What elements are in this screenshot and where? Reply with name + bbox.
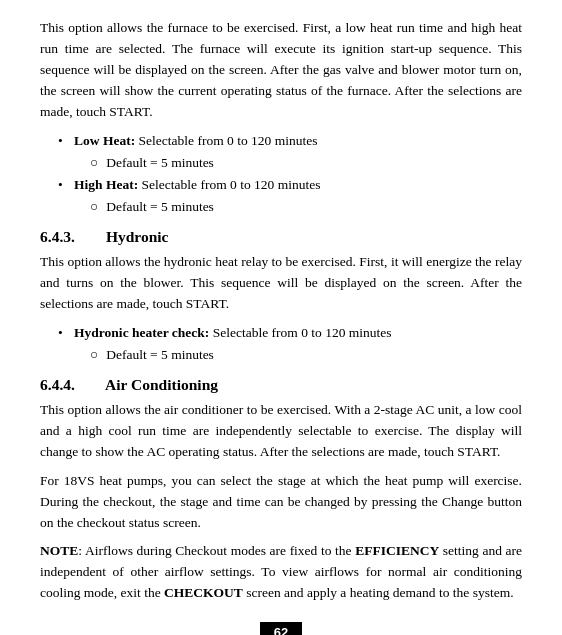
high-heat-text: Selectable from 0 to 120 minutes: [142, 177, 321, 192]
page-number-container: 62: [40, 622, 522, 635]
low-heat-label: Low Heat:: [74, 133, 135, 148]
section-644-para1: This option allows the air conditioner t…: [40, 400, 522, 463]
section-644-para2: For 18VS heat pumps, you can select the …: [40, 471, 522, 534]
hydronic-check-text: Selectable from 0 to 120 minutes: [213, 325, 392, 340]
section-643-num: 6.4.3.: [40, 228, 75, 245]
section-644-num: 6.4.4.: [40, 376, 75, 393]
note-bold1: EFFICIENCY: [355, 543, 439, 558]
section-643-para: This option allows the hydronic heat rel…: [40, 252, 522, 315]
section-644-title: Air Conditioning: [105, 376, 218, 393]
hydronic-check-label: Hydronic heater check:: [74, 325, 209, 340]
note-bold2: CHECKOUT: [164, 585, 243, 600]
section-644-note: NOTE: Airflows during Checkout modes are…: [40, 541, 522, 604]
low-heat-text: Selectable from 0 to 120 minutes: [139, 133, 318, 148]
hydronic-bullet-list: Hydronic heater check: Selectable from 0…: [58, 323, 522, 366]
furnace-bullet-high-heat: High Heat: Selectable from 0 to 120 minu…: [58, 175, 522, 218]
note-label: NOTE: [40, 543, 78, 558]
low-heat-default: Default = 5 minutes: [90, 153, 522, 174]
hydronic-check-default: Default = 5 minutes: [90, 345, 522, 366]
high-heat-default: Default = 5 minutes: [90, 197, 522, 218]
high-heat-label: High Heat:: [74, 177, 138, 192]
section-643-title: Hydronic: [106, 228, 169, 245]
intro-paragraph: This option allows the furnace to be exe…: [40, 18, 522, 123]
furnace-bullet-low-heat: Low Heat: Selectable from 0 to 120 minut…: [58, 131, 522, 174]
page-number: 62: [260, 622, 302, 635]
note-end: screen and apply a heating demand to the…: [243, 585, 514, 600]
furnace-bullet-list: Low Heat: Selectable from 0 to 120 minut…: [58, 131, 522, 219]
note-text: Airflows during Checkout modes are fixed…: [82, 543, 355, 558]
section-644-heading: 6.4.4. Air Conditioning: [40, 376, 522, 394]
hydronic-bullet-check: Hydronic heater check: Selectable from 0…: [58, 323, 522, 366]
section-643-heading: 6.4.3. Hydronic: [40, 228, 522, 246]
